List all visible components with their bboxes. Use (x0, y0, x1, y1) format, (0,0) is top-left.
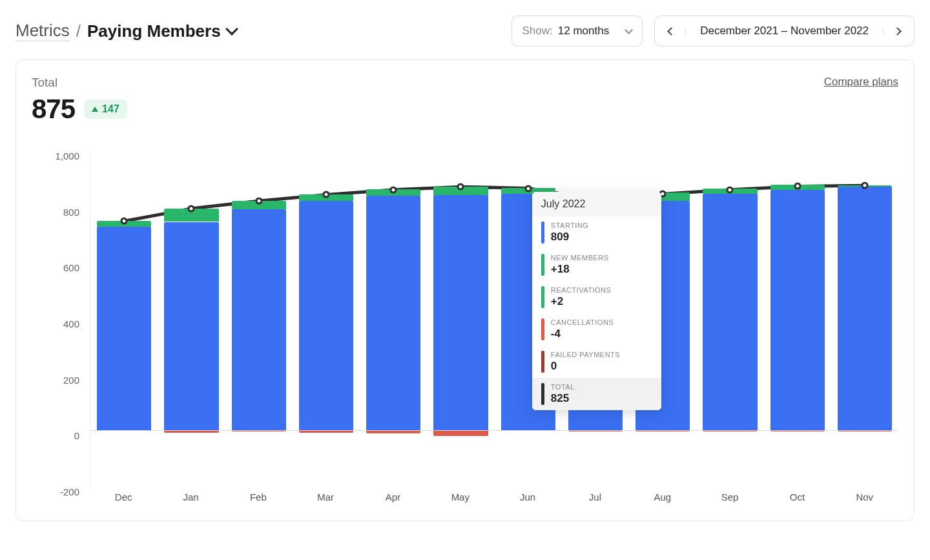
prev-range-button[interactable] (655, 28, 686, 34)
bar-column[interactable] (696, 150, 763, 486)
plot-area[interactable]: July 2022 Starting 809 New Members +18 (90, 150, 898, 486)
line-point (794, 183, 801, 190)
x-tick: Nov (831, 492, 898, 503)
tooltip-cancel-value: -4 (551, 327, 652, 340)
chevron-right-icon (893, 27, 902, 36)
total-delta-badge: 147 (84, 99, 127, 119)
y-tick: -200 (60, 486, 79, 497)
breadcrumb-root[interactable]: Metrics (16, 21, 70, 41)
x-tick: Aug (629, 492, 696, 503)
tooltip-swatch-react (541, 286, 544, 308)
y-tick: 200 (63, 374, 79, 385)
bar-starting (164, 222, 218, 431)
line-point (727, 186, 734, 193)
tooltip-new-label: New Members (551, 254, 652, 262)
total-label: Total (32, 76, 127, 90)
x-tick: Apr (359, 492, 426, 503)
bar-column[interactable] (293, 150, 360, 486)
tooltip-failed-value: 0 (551, 360, 652, 373)
chart: -20002004006008001,000 July 2022 Startin… (32, 150, 898, 486)
show-value: 12 months (558, 25, 609, 37)
tooltip-swatch-cancel (541, 318, 544, 340)
line-point (322, 191, 329, 198)
breadcrumb: Metrics / Paying Members (16, 21, 236, 41)
bar-column[interactable] (427, 150, 494, 486)
topbar: Metrics / Paying Members Show: 12 months… (16, 16, 914, 47)
tooltip-cancel-label: Cancellations (551, 318, 652, 326)
x-tick: Oct (763, 492, 831, 503)
tooltip-failed-label: Failed Payments (551, 351, 652, 358)
x-tick: Jun (494, 492, 561, 503)
breadcrumb-current-label: Paying Members (87, 21, 221, 41)
x-tick: Feb (225, 492, 292, 503)
line-point (861, 182, 868, 189)
tooltip-react-value: +2 (551, 295, 652, 308)
x-tick: Dec (90, 492, 157, 503)
bar-starting (97, 227, 151, 430)
y-tick: 800 (63, 206, 79, 217)
chevron-down-icon (625, 26, 633, 34)
breadcrumb-separator: / (76, 21, 81, 41)
date-range-label[interactable]: December 2021 – November 2022 (686, 25, 883, 37)
tooltip-react-label: Reactivations (551, 286, 652, 294)
tooltip-swatch-starting (541, 222, 544, 244)
bar-column[interactable] (360, 150, 427, 486)
show-label: Show: (522, 25, 553, 37)
chevron-left-icon (667, 27, 676, 36)
bar-column[interactable] (90, 150, 158, 486)
total-value: 875 (32, 94, 75, 125)
line-point (188, 205, 195, 212)
bar-starting (299, 201, 353, 430)
line-point (121, 218, 128, 225)
total-block: Total 875 147 (32, 76, 127, 125)
tooltip-title: July 2022 (532, 192, 661, 216)
card-header: Total 875 147 Compare plans (32, 76, 898, 125)
controls: Show: 12 months December 2021 – November… (512, 16, 914, 47)
bar-starting (232, 209, 286, 430)
chart-tooltip: July 2022 Starting 809 New Members +18 (532, 192, 661, 410)
show-range-select[interactable]: Show: 12 months (512, 16, 643, 47)
x-axis: DecJanFebMarAprMayJunJulAugSepOctNov (90, 492, 898, 503)
tooltip-total-label: Total (551, 383, 652, 391)
x-tick: Mar (292, 492, 359, 503)
tooltip-swatch-total (541, 383, 544, 405)
y-tick: 600 (63, 262, 79, 273)
bar-starting (770, 190, 825, 431)
y-tick: 400 (63, 318, 79, 329)
bars-container (90, 150, 898, 486)
bar-column[interactable] (764, 150, 831, 486)
compare-plans-link[interactable]: Compare plans (824, 76, 898, 88)
tooltip-new-value: +18 (551, 263, 652, 276)
total-delta-value: 147 (102, 103, 119, 115)
line-point (255, 198, 262, 205)
tooltip-swatch-new (541, 254, 544, 276)
arrow-up-icon (92, 107, 98, 112)
x-tick: Jul (561, 492, 628, 503)
tooltip-swatch-failed (541, 351, 544, 373)
bar-column[interactable] (225, 150, 293, 486)
line-point (457, 183, 464, 191)
x-tick: May (427, 492, 494, 503)
tooltip-starting-value: 809 (551, 231, 652, 244)
line-point (524, 185, 532, 192)
line-point (390, 186, 397, 193)
bar-starting (433, 195, 488, 430)
x-tick: Sep (696, 492, 763, 503)
bar-starting (703, 194, 757, 430)
chevron-down-icon (225, 23, 238, 36)
bar-starting (366, 196, 420, 430)
tooltip-starting-label: Starting (551, 222, 652, 229)
chart-card: Total 875 147 Compare plans -20002004006… (16, 59, 914, 521)
tooltip-total-value: 825 (551, 392, 652, 405)
y-tick: 1,000 (55, 150, 79, 161)
x-tick: Jan (157, 492, 224, 503)
next-range-button[interactable] (883, 28, 914, 34)
y-tick: 0 (74, 430, 79, 441)
breadcrumb-current[interactable]: Paying Members (87, 21, 236, 41)
y-axis: -20002004006008001,000 (32, 150, 90, 486)
bar-column[interactable] (831, 150, 898, 486)
date-range-control: December 2021 – November 2022 (654, 16, 914, 47)
bar-cancellations (433, 430, 488, 436)
bar-column[interactable] (158, 150, 225, 486)
bar-starting (838, 187, 892, 430)
